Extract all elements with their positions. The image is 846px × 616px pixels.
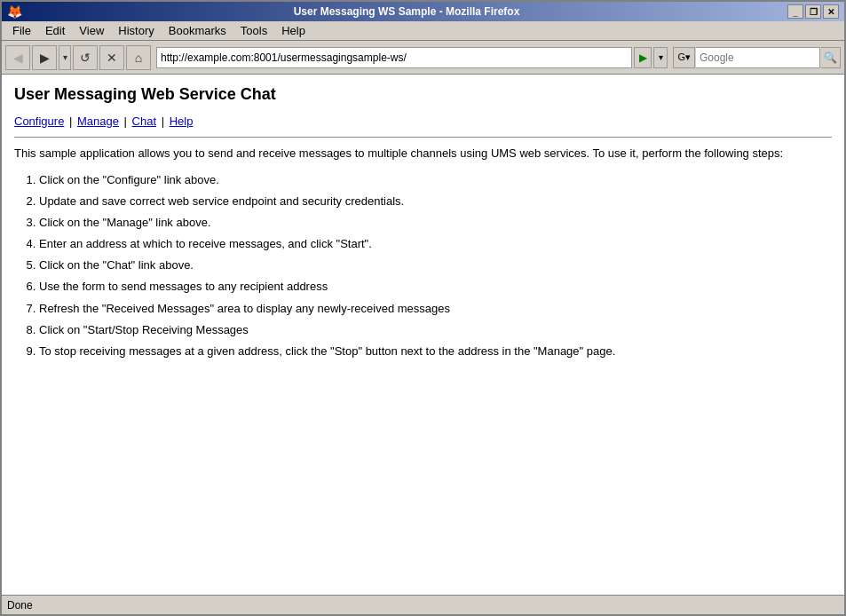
toolbar: ◀ ▶ ▾ ↺ ✕ ⌂ ▶ ▾ G▾ 🔍 [2, 41, 844, 75]
page-divider [14, 137, 832, 138]
firefox-icon: 🦊 [7, 4, 22, 19]
status-text: Done [7, 599, 33, 612]
manage-link[interactable]: Manage [77, 115, 119, 128]
window-controls: _ ❐ ✕ [787, 4, 839, 19]
help-link[interactable]: Help [170, 115, 194, 128]
menu-file[interactable]: File [5, 22, 38, 39]
list-item: Click on the "Chat" link above. [39, 256, 832, 275]
menu-view[interactable]: View [72, 22, 111, 39]
nav-links: Configure | Manage | Chat | Help [14, 115, 832, 128]
stop-button[interactable]: ✕ [99, 45, 124, 70]
reload-button[interactable]: ↺ [73, 45, 98, 70]
addressbar: ▶ ▾ [156, 47, 668, 68]
list-item: Click on the "Configure" link above. [39, 170, 832, 190]
steps-list: Click on the "Configure" link above. Upd… [39, 170, 832, 361]
menu-bookmarks[interactable]: Bookmarks [162, 22, 233, 39]
list-item: To stop receiving messages at a given ad… [39, 342, 832, 361]
statusbar: Done [2, 595, 844, 614]
list-item: Enter an address at which to receive mes… [39, 234, 832, 254]
nav-sep-3: | [158, 115, 168, 128]
menu-tools[interactable]: Tools [233, 22, 274, 39]
address-input[interactable] [156, 47, 632, 68]
home-button[interactable]: ⌂ [126, 45, 151, 70]
go-button[interactable]: ▶ [634, 47, 652, 68]
restore-button[interactable]: ❐ [805, 4, 821, 19]
menu-history[interactable]: History [111, 22, 161, 39]
close-button[interactable]: ✕ [823, 4, 839, 19]
forward-dropdown-button[interactable]: ▾ [59, 45, 71, 70]
intro-text: This sample application allows you to se… [14, 146, 832, 160]
titlebar: 🦊 User Messaging WS Sample - Mozilla Fir… [2, 2, 844, 21]
back-button[interactable]: ◀ [5, 45, 30, 70]
page-title: User Messaging Web Service Chat [14, 85, 832, 104]
menu-edit[interactable]: Edit [38, 22, 72, 39]
search-input[interactable] [696, 47, 820, 68]
window-title: User Messaging WS Sample - Mozilla Firef… [26, 5, 787, 18]
address-dropdown-button[interactable]: ▾ [653, 47, 668, 68]
configure-link[interactable]: Configure [14, 115, 64, 128]
menubar: File Edit View History Bookmarks Tools H… [2, 21, 844, 41]
nav-sep-2: | [121, 115, 130, 128]
nav-sep-1: | [66, 115, 75, 128]
search-go-button[interactable]: 🔍 [821, 47, 841, 68]
searchbar: G▾ 🔍 [673, 47, 841, 68]
chat-link[interactable]: Chat [132, 115, 156, 128]
search-engine-button[interactable]: G▾ [673, 47, 695, 68]
list-item: Update and save correct web service endp… [39, 192, 832, 211]
forward-button[interactable]: ▶ [32, 45, 57, 70]
list-item: Click on the "Manage" link above. [39, 213, 832, 233]
list-item: Refresh the "Received Messages" area to … [39, 299, 832, 319]
list-item: Click on "Start/Stop Receiving Messages [39, 320, 832, 340]
page-content: User Messaging Web Service Chat Configur… [2, 75, 844, 595]
minimize-button[interactable]: _ [787, 4, 803, 19]
list-item: Use the form to send messages to any rec… [39, 277, 832, 296]
menu-help[interactable]: Help [274, 22, 312, 39]
browser-window: 🦊 User Messaging WS Sample - Mozilla Fir… [0, 0, 846, 616]
